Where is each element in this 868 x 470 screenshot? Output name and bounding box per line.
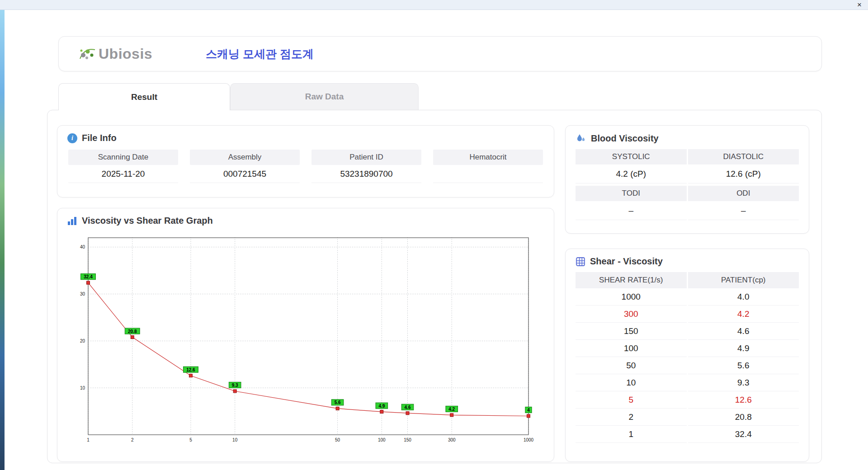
- file-info-fields: Scanning Date2025-11-20Assembly000721545…: [57, 149, 554, 183]
- systolic-header: SYSTOLIC: [576, 149, 687, 164]
- svg-text:10: 10: [80, 385, 85, 390]
- svg-text:40: 40: [80, 244, 85, 249]
- shear-rate-cell: 1000: [576, 288, 687, 306]
- file-info-field: Scanning Date2025-11-20: [68, 150, 178, 183]
- svg-text:5: 5: [189, 437, 192, 442]
- svg-text:100: 100: [378, 437, 386, 442]
- field-value: 000721545: [190, 165, 300, 183]
- shear-table-row: 3004.2: [576, 306, 799, 323]
- droplet-icon: [576, 133, 586, 144]
- ubiosis-logo: Ubiosis: [78, 46, 152, 62]
- logo-text: Ubiosis: [99, 46, 152, 62]
- info-icon: [67, 133, 77, 143]
- diastolic-value: 12.6 (cP): [688, 164, 799, 183]
- shear-table-row: 505.6: [576, 357, 799, 374]
- patient-col-header: PATIENT(cp): [688, 272, 799, 288]
- bar-chart-icon: [67, 216, 77, 226]
- svg-text:150: 150: [404, 437, 411, 442]
- app-title: 스캐닝 모세관 점도계: [206, 47, 314, 61]
- field-label: Hematocrit: [433, 150, 543, 165]
- field-label: Patient ID: [311, 150, 421, 165]
- svg-text:20.8: 20.8: [128, 329, 137, 334]
- shear-viscosity-title: Shear - Viscosity: [590, 256, 663, 267]
- shear-rate-cell: 150: [576, 323, 687, 340]
- file-info-card: File Info Scanning Date2025-11-20Assembl…: [57, 125, 554, 197]
- shear-table-row: 1004.9: [576, 340, 799, 357]
- svg-text:32.4: 32.4: [84, 274, 93, 279]
- patient-viscosity-cell: 4.6: [688, 323, 799, 340]
- graph-title: Viscosity vs Shear Rate Graph: [82, 216, 213, 226]
- shear-table-row: 1504.6: [576, 323, 799, 340]
- desktop-background-sliver: [0, 10, 5, 470]
- result-panel: File Info Scanning Date2025-11-20Assembl…: [47, 110, 822, 463]
- svg-text:30: 30: [80, 291, 85, 296]
- app-window: Ubiosis 스캐닝 모세관 점도계 Result Raw Data File…: [5, 10, 868, 470]
- shear-rate-col-header: SHEAR RATE(1/s): [576, 272, 687, 288]
- shear-rate-cell: 1: [576, 426, 687, 443]
- patient-viscosity-cell: 5.6: [688, 357, 799, 374]
- file-info-field: Assembly000721545: [190, 150, 300, 183]
- file-info-heading: File Info: [57, 126, 554, 149]
- svg-text:2: 2: [131, 437, 134, 442]
- blood-viscosity-table: SYSTOLIC DIASTOLIC 4.2 (cP) 12.6 (cP) TO…: [566, 149, 809, 220]
- systolic-value: 4.2 (cP): [576, 164, 687, 183]
- svg-text:4.2: 4.2: [448, 407, 455, 412]
- shear-table-header: SHEAR RATE(1/s) PATIENT(cp): [576, 272, 799, 288]
- shear-table-row: 109.3: [576, 374, 799, 391]
- shear-rate-cell: 300: [576, 306, 687, 323]
- window-titlebar: ×: [0, 0, 868, 10]
- shear-rate-cell: 5: [576, 391, 687, 409]
- patient-viscosity-cell: 9.3: [688, 374, 799, 391]
- patient-viscosity-cell: 4.9: [688, 340, 799, 357]
- shear-rate-cell: 50: [576, 357, 687, 374]
- blood-viscosity-heading: Blood Viscosity: [566, 126, 809, 149]
- svg-text:4: 4: [527, 408, 530, 413]
- patient-viscosity-cell: 20.8: [688, 409, 799, 426]
- shear-table-row: 10004.0: [576, 288, 799, 306]
- shear-table-row: 512.6: [576, 391, 799, 409]
- svg-text:4.6: 4.6: [405, 405, 411, 410]
- shear-viscosity-card: Shear - Viscosity SHEAR RATE(1/s) PATIEN…: [565, 249, 809, 462]
- svg-text:1000: 1000: [524, 437, 534, 442]
- diastolic-header: DIASTOLIC: [688, 149, 799, 164]
- field-value: 2025-11-20: [68, 165, 178, 183]
- patient-viscosity-cell: 32.4: [688, 426, 799, 443]
- svg-text:1: 1: [87, 437, 90, 442]
- field-value: 53231890700: [311, 165, 421, 183]
- graph-card: Viscosity vs Shear Rate Graph 1020304012…: [57, 208, 554, 462]
- shear-rate-cell: 2: [576, 409, 687, 426]
- svg-text:10: 10: [232, 437, 238, 442]
- file-info-field: Hematocrit: [433, 150, 543, 183]
- app-header: Ubiosis 스캐닝 모세관 점도계: [58, 36, 822, 71]
- tab-raw-data[interactable]: Raw Data: [230, 83, 419, 110]
- blood-viscosity-title: Blood Viscosity: [591, 133, 659, 144]
- todi-header: TODI: [576, 186, 687, 201]
- svg-text:4.9: 4.9: [378, 404, 385, 409]
- shear-table-row: 132.4: [576, 426, 799, 443]
- viscosity-chart-svg: 102030401251050100150300100032.420.812.6…: [70, 232, 536, 448]
- todi-value: –: [576, 201, 687, 220]
- file-info-field: Patient ID53231890700: [311, 150, 421, 183]
- shear-viscosity-table: SHEAR RATE(1/s) PATIENT(cp) 10004.03004.…: [566, 272, 809, 443]
- logo-flower-icon: [78, 46, 97, 62]
- svg-text:50: 50: [335, 437, 340, 442]
- field-label: Assembly: [190, 150, 300, 165]
- patient-viscosity-cell: 4.2: [688, 306, 799, 323]
- patient-viscosity-cell: 4.0: [688, 288, 799, 306]
- file-info-title: File Info: [82, 133, 117, 143]
- tab-result[interactable]: Result: [58, 83, 230, 110]
- odi-value: –: [688, 201, 799, 220]
- svg-text:5.6: 5.6: [335, 400, 341, 405]
- viscosity-chart: 102030401251050100150300100032.420.812.6…: [57, 231, 554, 450]
- shear-viscosity-heading: Shear - Viscosity: [566, 249, 809, 272]
- svg-text:12.6: 12.6: [186, 367, 195, 372]
- field-label: Scanning Date: [68, 150, 178, 165]
- odi-header: ODI: [688, 186, 799, 201]
- svg-text:300: 300: [448, 437, 456, 442]
- shear-table-body: 10004.03004.21504.61004.9505.6109.3512.6…: [576, 288, 799, 443]
- close-icon[interactable]: ×: [857, 0, 862, 9]
- shear-rate-cell: 100: [576, 340, 687, 357]
- svg-text:9.3: 9.3: [232, 383, 238, 388]
- grid-table-icon: [576, 257, 585, 267]
- graph-heading: Viscosity vs Shear Rate Graph: [57, 208, 554, 231]
